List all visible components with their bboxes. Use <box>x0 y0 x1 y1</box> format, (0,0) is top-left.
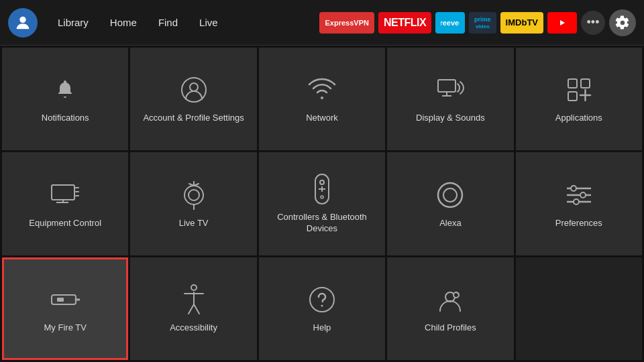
svg-point-30 <box>321 196 323 198</box>
svg-point-20 <box>189 190 199 200</box>
svg-rect-14 <box>52 185 74 200</box>
bell-icon <box>49 74 81 106</box>
nav-home[interactable]: Home <box>101 13 146 32</box>
sliders-icon <box>563 179 595 211</box>
settings-button[interactable] <box>609 9 636 36</box>
svg-point-27 <box>320 180 324 184</box>
avatar[interactable] <box>8 8 38 38</box>
app-netflix[interactable]: NETFLIX <box>378 12 431 34</box>
account-profile-label: Account & Profile Settings <box>143 113 244 124</box>
svg-rect-41 <box>57 298 64 302</box>
nav-live[interactable]: Live <box>190 13 227 32</box>
svg-point-48 <box>321 304 323 306</box>
applications-label: Applications <box>555 113 602 124</box>
svg-point-37 <box>580 192 586 198</box>
my-fire-tv-label: My Fire TV <box>44 322 87 334</box>
antenna-icon <box>178 179 210 211</box>
grid-item-live-tv[interactable]: Live TV <box>130 152 256 255</box>
nav-library[interactable]: Library <box>48 13 98 32</box>
svg-point-31 <box>438 183 462 207</box>
grid-item-notifications[interactable]: Notifications <box>2 48 128 150</box>
svg-point-50 <box>453 292 459 298</box>
grid-item-empty <box>516 257 642 360</box>
notifications-label: Notifications <box>42 113 89 124</box>
question-circle-icon <box>306 284 338 316</box>
firestick-icon <box>49 284 81 316</box>
svg-line-23 <box>189 184 194 186</box>
svg-point-42 <box>191 285 197 290</box>
grid-item-equipment-control[interactable]: Equipment Control <box>2 152 128 255</box>
child-profiles-label: Child Profiles <box>425 322 476 334</box>
display-sounds-label: Display & Sounds <box>416 113 485 124</box>
grid-item-applications[interactable]: Applications <box>516 48 642 150</box>
svg-rect-9 <box>568 79 577 88</box>
svg-text:freevee: freevee <box>441 19 460 27</box>
svg-point-38 <box>574 199 579 204</box>
app-imdb[interactable]: IMDbTV <box>500 12 543 34</box>
grid-item-alexa[interactable]: Alexa <box>387 152 513 255</box>
grid-item-help[interactable]: Help <box>259 257 385 360</box>
tv-screen-icon <box>49 179 81 211</box>
app-prime[interactable]: prime video <box>469 12 496 34</box>
grid-item-child-profiles[interactable]: Child Profiles <box>387 257 513 360</box>
controllers-bluetooth-label: Controllers & Bluetooth Devices <box>266 212 378 235</box>
accessibility-label: Accessibility <box>170 322 217 334</box>
preferences-label: Preferences <box>555 218 602 229</box>
grid-item-my-fire-tv[interactable]: My Fire TV <box>2 257 128 360</box>
accessibility-icon <box>178 284 210 316</box>
wifi-icon <box>306 74 338 106</box>
grid-item-accessibility[interactable]: Accessibility <box>130 257 256 360</box>
grid-plus-icon <box>563 74 595 106</box>
svg-point-32 <box>443 188 457 202</box>
child-profile-icon <box>434 284 466 316</box>
app-expressvpn[interactable]: ExpressVPN <box>319 12 374 34</box>
equipment-control-label: Equipment Control <box>29 218 101 229</box>
grid-item-display-sounds[interactable]: Display & Sounds <box>387 48 513 150</box>
more-button[interactable]: ••• <box>581 11 605 35</box>
svg-rect-11 <box>568 92 577 101</box>
svg-line-45 <box>189 304 194 314</box>
remote-icon <box>306 173 338 205</box>
nav-find[interactable]: Find <box>149 13 187 32</box>
monitor-sound-icon <box>434 74 466 106</box>
grid-item-preferences[interactable]: Preferences <box>516 152 642 255</box>
grid-item-network[interactable]: Network <box>259 48 385 150</box>
grid-item-controllers-bluetooth[interactable]: Controllers & Bluetooth Devices <box>259 152 385 255</box>
svg-point-47 <box>310 288 334 312</box>
alexa-label: Alexa <box>439 218 462 229</box>
svg-line-24 <box>194 184 199 186</box>
app-freevee[interactable]: freevee <box>435 12 465 34</box>
svg-rect-10 <box>581 79 590 88</box>
svg-point-5 <box>190 83 198 91</box>
svg-line-46 <box>194 304 199 314</box>
svg-point-21 <box>184 186 203 204</box>
live-tv-label: Live TV <box>179 218 209 229</box>
help-label: Help <box>313 322 331 334</box>
grid-item-account-profile[interactable]: Account & Profile Settings <box>130 48 256 150</box>
nav-apps: ExpressVPN NETFLIX freevee prime video I… <box>319 9 636 36</box>
top-nav: Library Home Find Live ExpressVPN NETFLI… <box>0 0 644 46</box>
svg-point-36 <box>571 186 576 191</box>
app-youtube[interactable] <box>547 12 577 34</box>
person-circle-icon <box>178 74 210 106</box>
svg-point-0 <box>19 16 25 22</box>
alexa-ring-icon <box>434 179 466 211</box>
nav-links: Library Home Find Live <box>48 13 227 32</box>
svg-rect-6 <box>438 80 455 92</box>
settings-grid: Notifications Account & Profile Settings… <box>0 46 644 362</box>
network-label: Network <box>306 113 338 124</box>
